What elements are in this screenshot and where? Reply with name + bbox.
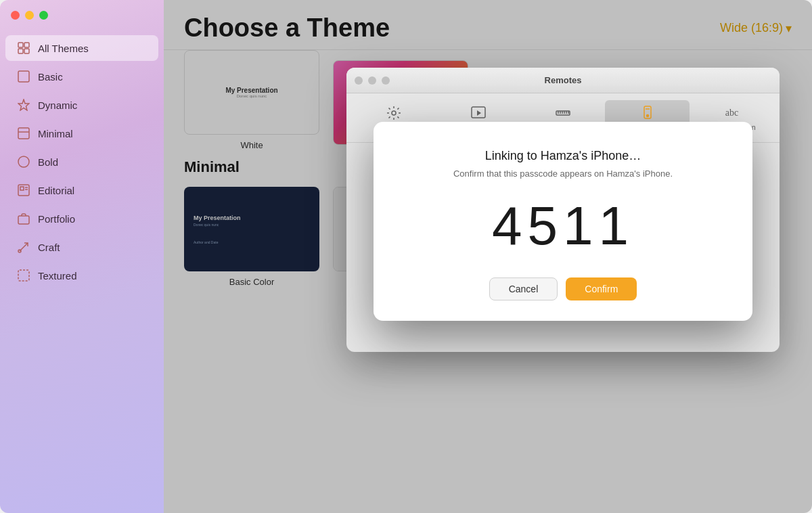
play-icon xyxy=(470,104,487,122)
textured-icon xyxy=(16,268,31,283)
editorial-icon xyxy=(16,183,31,198)
rulers-icon xyxy=(554,104,572,122)
craft-icon xyxy=(16,240,31,254)
autocorrection-icon: abc xyxy=(723,104,741,122)
sidebar-item-label: Portfolio xyxy=(38,213,75,225)
remotes-minimize[interactable] xyxy=(368,76,376,85)
svg-rect-10 xyxy=(20,187,24,190)
star-icon xyxy=(16,97,31,112)
sidebar-item-label: Basic xyxy=(38,71,63,83)
sidebar-item-label: Minimal xyxy=(38,128,73,139)
portfolio-icon xyxy=(16,211,31,226)
sidebar-item-label: All Themes xyxy=(38,43,89,54)
svg-marker-18 xyxy=(477,110,481,116)
svg-rect-6 xyxy=(18,128,29,139)
maximize-button[interactable] xyxy=(39,11,48,20)
sidebar-item-minimal[interactable]: Minimal xyxy=(5,120,158,146)
sidebar-item-bold[interactable]: Bold xyxy=(5,149,158,175)
sidebar-item-label: Editorial xyxy=(38,185,74,196)
sidebar-item-label: Textured xyxy=(38,270,77,282)
sidebar: All Themes Basic Dynamic xyxy=(0,0,164,513)
grid-icon xyxy=(16,41,31,55)
cancel-button[interactable]: Cancel xyxy=(489,277,558,300)
sidebar-item-label: Bold xyxy=(38,156,58,168)
close-button[interactable] xyxy=(11,11,20,20)
svg-rect-3 xyxy=(24,49,29,53)
gear-icon xyxy=(385,104,403,122)
remotes-titlebar: Remotes xyxy=(346,68,780,93)
sidebar-item-all-themes[interactable]: All Themes xyxy=(5,35,158,61)
svg-point-8 xyxy=(18,156,29,167)
linking-subtitle: Confirm that this passcode appears on Ha… xyxy=(401,169,725,179)
remotes-title: Remotes xyxy=(545,75,582,85)
svg-rect-0 xyxy=(18,43,23,47)
svg-point-16 xyxy=(392,111,396,115)
remotes-close[interactable] xyxy=(355,76,363,85)
svg-rect-2 xyxy=(18,49,23,53)
app-window: All Themes Basic Dynamic xyxy=(0,0,812,513)
linking-buttons: Cancel Confirm xyxy=(401,277,725,300)
svg-rect-4 xyxy=(18,71,29,82)
remotes-maximize[interactable] xyxy=(382,76,390,85)
sidebar-item-craft[interactable]: Craft xyxy=(5,234,158,260)
confirm-button[interactable]: Confirm xyxy=(566,277,637,300)
sidebar-item-portfolio[interactable]: Portfolio xyxy=(5,206,158,231)
sidebar-item-editorial[interactable]: Editorial xyxy=(5,177,158,203)
sidebar-item-basic[interactable]: Basic xyxy=(5,64,158,89)
remotes-icon xyxy=(639,104,656,122)
sidebar-item-label: Craft xyxy=(38,242,60,253)
bold-icon xyxy=(16,154,31,169)
minimal-icon xyxy=(16,126,31,141)
minimize-button[interactable] xyxy=(25,11,34,20)
linking-dialog: Linking to Hamza's iPhone… Confirm that … xyxy=(374,122,752,321)
svg-rect-15 xyxy=(18,270,29,281)
svg-point-27 xyxy=(646,115,648,117)
traffic-lights xyxy=(11,11,48,20)
linking-passcode: 4511 xyxy=(401,199,725,253)
svg-rect-1 xyxy=(24,43,29,47)
linking-title: Linking to Hamza's iPhone… xyxy=(401,149,725,163)
overlay: Remotes General xyxy=(164,0,812,513)
sidebar-item-textured[interactable]: Textured xyxy=(5,263,158,288)
svg-rect-13 xyxy=(18,216,29,224)
main-content: Choose a Theme Wide (16:9) ▾ My Presenta… xyxy=(164,0,812,513)
sidebar-item-label: Dynamic xyxy=(38,99,77,111)
svg-marker-5 xyxy=(18,99,29,110)
square-icon xyxy=(16,69,31,84)
sidebar-item-dynamic[interactable]: Dynamic xyxy=(5,92,158,118)
